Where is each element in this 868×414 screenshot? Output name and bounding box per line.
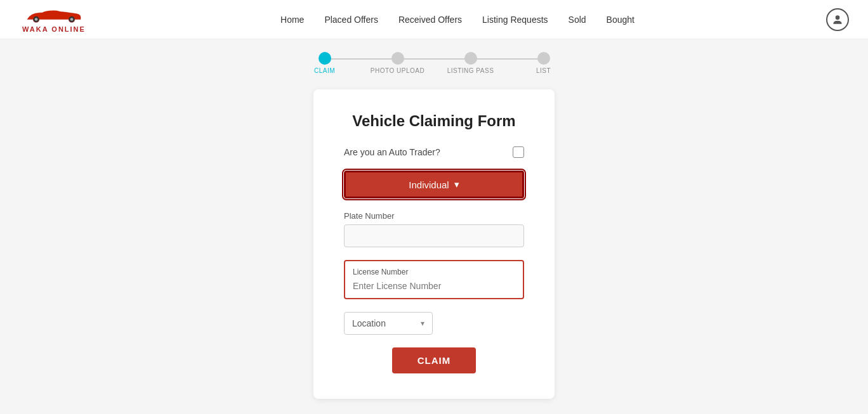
plate-number-label: Plate Number	[344, 211, 524, 221]
step-list: LIST	[507, 52, 580, 74]
individual-button[interactable]: Individual ▾	[344, 171, 524, 198]
main-nav: Home Placed Offers Received Offers Listi…	[280, 15, 635, 25]
individual-btn-label: Individual	[409, 179, 449, 190]
plate-number-input[interactable]	[344, 224, 524, 247]
step-circle-list	[537, 52, 550, 65]
license-number-label: License Number	[353, 268, 515, 276]
step-circle-claim	[319, 52, 331, 65]
step-photo-upload: PHOTO UPLOAD	[361, 52, 434, 74]
step-label-claim: CLAIM	[314, 67, 335, 74]
nav-received-offers[interactable]: Received Offers	[398, 15, 462, 25]
location-select[interactable]: Location	[352, 318, 421, 328]
svg-point-1	[35, 18, 38, 21]
location-dropdown-arrow: ▾	[421, 319, 424, 328]
svg-point-3	[70, 18, 74, 21]
individual-btn-arrow: ▾	[454, 179, 459, 190]
step-claim: CLAIM	[288, 52, 361, 74]
step-label-list: LIST	[536, 67, 551, 74]
nav-placed-offers[interactable]: Placed Offers	[324, 15, 378, 25]
nav-sold[interactable]: Sold	[569, 15, 586, 25]
logo-car-icon	[19, 6, 89, 24]
step-circle-listing	[464, 52, 477, 65]
logo: WAKA ONLINE	[19, 6, 89, 33]
auto-trader-row: Are you an Auto Trader?	[344, 146, 524, 158]
auto-trader-checkbox[interactable]	[513, 146, 524, 158]
header: WAKA ONLINE Home Placed Offers Received …	[0, 0, 868, 39]
vehicle-claiming-form-card: Vehicle Claiming Form Are you an Auto Tr…	[313, 89, 555, 399]
person-icon	[831, 13, 844, 26]
nav-home[interactable]: Home	[280, 15, 304, 25]
auto-trader-label: Are you an Auto Trader?	[344, 147, 440, 157]
license-number-field-wrapper: License Number	[344, 260, 524, 299]
step-label-listing: LISTING PASS	[447, 67, 494, 74]
main-content: CLAIM PHOTO UPLOAD LISTING PASS LIST Veh…	[0, 39, 868, 414]
logo-text: WAKA ONLINE	[22, 25, 86, 33]
license-number-input[interactable]	[353, 281, 515, 291]
nav-bought[interactable]: Bought	[607, 15, 635, 25]
location-dropdown[interactable]: Location ▾	[344, 312, 433, 335]
plate-number-field-group: Plate Number	[344, 211, 524, 247]
step-listing-pass: LISTING PASS	[434, 52, 507, 74]
step-label-photo: PHOTO UPLOAD	[371, 67, 424, 74]
svg-point-4	[836, 15, 840, 20]
form-title: Vehicle Claiming Form	[344, 112, 524, 130]
user-profile-icon[interactable]	[826, 8, 849, 31]
step-circle-photo	[391, 52, 404, 65]
nav-listing-requests[interactable]: Listing Requests	[482, 15, 548, 25]
claim-button[interactable]: CLAIM	[392, 347, 477, 373]
stepper: CLAIM PHOTO UPLOAD LISTING PASS LIST	[288, 52, 580, 74]
